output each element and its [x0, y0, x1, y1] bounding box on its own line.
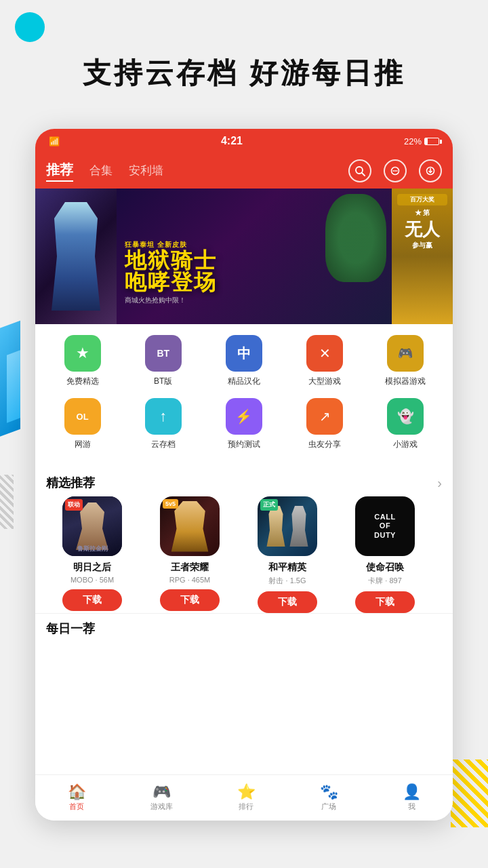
download-btn-0[interactable]: 下载	[62, 589, 122, 611]
nav-plaza[interactable]: 🐾 广场	[314, 782, 344, 814]
nav-icons	[348, 159, 442, 182]
bg-gray-stripe	[0, 475, 14, 529]
nav-library-label: 游戏库	[150, 802, 173, 812]
game-art-3: CALLOFDUTY	[355, 496, 415, 556]
status-time: 4:21	[221, 135, 243, 147]
nav-me-label: 我	[408, 802, 415, 812]
cat-online-label: 网游	[75, 439, 91, 450]
cat-large-game-label: 大型游戏	[308, 376, 341, 387]
home-icon: 🏠	[68, 785, 86, 800]
bg-circle-decoration	[15, 12, 45, 42]
category-row-2: OL 网游 ↑ 云存档 ⚡ 预约测试 ↗ 虫友分享	[42, 398, 446, 450]
download-button[interactable]	[419, 159, 442, 182]
cat-cloud-label: 云存档	[151, 439, 176, 450]
cat-mini-icon: 👻	[387, 398, 424, 435]
cat-free-choice[interactable]: ★ 免费精选	[49, 335, 117, 387]
cat-bt-label: BT版	[154, 376, 172, 387]
status-battery: 22%	[404, 136, 439, 146]
nav-me[interactable]: 👤 我	[397, 782, 426, 814]
me-icon: 👤	[403, 785, 421, 800]
status-bar: 📶 4:21 22%	[35, 129, 453, 153]
bg-blue-stripe2	[7, 350, 20, 422]
cat-cloud-icon: ↑	[145, 398, 182, 435]
cat-large-game[interactable]: ✕ 大型游戏	[291, 335, 359, 387]
game-name-3: 使命召唤	[366, 561, 404, 574]
nav-home-label: 首页	[69, 802, 84, 812]
featured-section-header: 精选推荐 ›	[35, 467, 453, 496]
nav-tab-collection[interactable]: 合集	[89, 163, 113, 180]
cat-cloud[interactable]: ↑ 云存档	[129, 398, 197, 450]
cat-simulator[interactable]: 🎮 模拟器游戏	[371, 335, 439, 387]
bg-yellow-stripe	[451, 760, 488, 827]
game-item-3: CALLOFDUTY 使命召唤 卡牌 · 897 下载	[339, 496, 431, 613]
banner-desc: 商城火热抢购中限！	[125, 296, 392, 305]
battery-icon	[424, 138, 439, 145]
game-list: 鲁斯拉金刚 联动 明日之后 MOBO · 56M 下载 5v5 王者荣耀 RPG…	[35, 496, 453, 613]
game-info-2: 射击 · 1.5G	[268, 576, 306, 586]
battery-percent: 22%	[404, 136, 422, 146]
cat-free-choice-label: 免费精选	[66, 376, 99, 387]
cat-share[interactable]: ↗ 虫友分享	[291, 398, 359, 450]
phone-mockup: 📶 4:21 22% 推荐 合集 安利墙	[35, 129, 453, 821]
banner-right-num: 无人	[397, 220, 447, 238]
plaza-icon: 🐾	[320, 785, 338, 800]
game-item-1: 5v5 王者荣耀 RPG · 465M 下载	[144, 496, 236, 613]
cat-share-label: 虫友分享	[308, 439, 341, 450]
cat-mini[interactable]: 👻 小游戏	[371, 398, 439, 450]
download-btn-3[interactable]: 下载	[355, 591, 415, 613]
nav-ranking[interactable]: ⭐ 排行	[232, 782, 261, 814]
library-icon: 🎮	[152, 785, 171, 800]
cat-mini-label: 小游戏	[393, 439, 418, 450]
bottom-section-title: 每日一荐	[46, 622, 95, 635]
game-icon-2: 正式	[258, 496, 317, 556]
banner-left	[35, 189, 117, 324]
cat-chinese[interactable]: 中 精品汉化	[210, 335, 278, 387]
game-name-0: 明日之后	[73, 561, 111, 574]
banner-main[interactable]: 狂暴泰坦 全新皮肤 地狱骑士 咆哮登场 商城火热抢购中限！	[117, 189, 392, 324]
game-item-0: 鲁斯拉金刚 联动 明日之后 MOBO · 56M 下载	[46, 496, 138, 613]
cat-free-choice-icon: ★	[64, 335, 101, 372]
banner-left-character	[35, 189, 117, 324]
game-name-1: 王者荣耀	[171, 561, 209, 574]
bottom-nav: 🏠 首页 🎮 游戏库 ⭐ 排行 🐾 广场 👤 我	[35, 774, 453, 821]
banner-right[interactable]: 百万大奖 ★ 第 无人 参与赢	[392, 189, 453, 324]
cat-share-icon: ↗	[306, 398, 343, 435]
wifi-icon: 📶	[49, 136, 60, 146]
chat-button[interactable]	[384, 159, 407, 182]
svg-point-4	[394, 170, 396, 172]
category-row-1: ★ 免费精选 BT BT版 中 精品汉化 ✕ 大型游戏	[42, 335, 446, 387]
banner-title2: 咆哮登场	[125, 271, 392, 293]
game-icon-3: CALLOFDUTY	[355, 496, 415, 556]
banner-right-sub: 参与赢	[397, 241, 447, 250]
game-badge-0: 联动	[65, 499, 83, 511]
nav-home[interactable]: 🏠 首页	[62, 782, 92, 814]
game-badge-1: 5v5	[163, 499, 178, 509]
game-info-0: MOBO · 56M	[70, 576, 114, 584]
game-badge-2: 正式	[260, 499, 278, 511]
game-info-3: 卡牌 · 897	[368, 576, 402, 586]
battery-fill	[425, 138, 428, 144]
nav-library[interactable]: 🎮 游戏库	[145, 782, 178, 814]
cat-reserve[interactable]: ⚡ 预约测试	[210, 398, 278, 450]
nav-plaza-label: 广场	[321, 802, 336, 812]
cat-bt[interactable]: BT BT版	[129, 335, 197, 387]
cat-large-game-icon: ✕	[306, 335, 343, 372]
svg-point-3	[393, 170, 394, 172]
category-grid: ★ 免费精选 BT BT版 中 精品汉化 ✕ 大型游戏	[35, 324, 453, 467]
cat-chinese-icon: 中	[226, 335, 262, 372]
nav-tab-recommend[interactable]: 推荐	[46, 161, 73, 182]
banner-area[interactable]: 狂暴泰坦 全新皮肤 地狱骑士 咆哮登场 商城火热抢购中限！ 百万大奖 ★ 第 无…	[35, 189, 453, 324]
nav-tab-wall[interactable]: 安利墙	[129, 163, 163, 180]
svg-point-5	[396, 170, 398, 172]
cat-simulator-label: 模拟器游戏	[385, 376, 426, 387]
cat-online[interactable]: OL 网游	[49, 398, 117, 450]
search-button[interactable]	[348, 159, 371, 182]
download-btn-1[interactable]: 下载	[160, 589, 220, 611]
game-icon-1: 5v5	[160, 496, 220, 556]
featured-section-arrow[interactable]: ›	[437, 475, 442, 491]
game-icon-0: 鲁斯拉金刚 联动	[62, 496, 122, 556]
call-duty-text: CALLOFDUTY	[374, 513, 396, 540]
nav-header: 推荐 合集 安利墙	[35, 153, 453, 189]
download-btn-2[interactable]: 下载	[258, 591, 317, 613]
ranking-icon: ⭐	[237, 785, 256, 800]
